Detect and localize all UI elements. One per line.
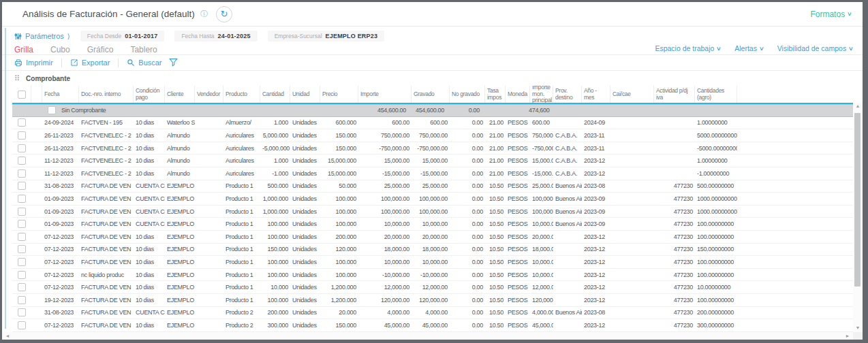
column-header-vendedor[interactable]: Vendedor: [195, 86, 223, 103]
export-button[interactable]: Exportar: [70, 59, 110, 67]
column-header-no-gravado[interactable]: No gravado: [450, 86, 485, 103]
column-header-cliente[interactable]: Cliente: [165, 86, 195, 103]
table-row[interactable]: 07-12-2023nc liquido produc10 diasEJEMPL…: [12, 269, 853, 282]
table-row[interactable]: 07-12-2023FACTURA DE VEN10 diasEJEMPLOPr…: [12, 256, 853, 269]
cell-importe-mon-principal: -750,000.00: [530, 145, 553, 152]
table-row[interactable]: 26-11-2023FACTVENELEC - 210 diasAlmundoA…: [12, 129, 853, 142]
tab-cubo[interactable]: Cubo: [50, 45, 70, 54]
param-empresa-sucursal[interactable]: Empresa-SucursalEJEMPLO ERP23: [268, 31, 385, 42]
info-icon[interactable]: ⓘ: [200, 9, 208, 19]
row-checkbox[interactable]: [18, 233, 26, 241]
export-icon: [70, 59, 78, 67]
row-checkbox[interactable]: [18, 157, 26, 165]
horizontal-scrollbar[interactable]: ◄ ►: [2, 332, 853, 340]
table-row[interactable]: 01-09-2023FACTURA DE VENCUENTA COEJEMPLO…: [12, 193, 853, 206]
table-row[interactable]: 07-12-2023FACTURA DE VEN10 diasEJEMPLOPr…: [12, 231, 853, 244]
cell-cantidad: 10.000: [260, 284, 290, 291]
table-row[interactable]: 24-09-2024FACTVEN - 19510 diasWaterloo S…: [12, 117, 853, 130]
vertical-scroll-thumb[interactable]: [854, 113, 861, 287]
row-checkbox[interactable]: [18, 195, 26, 203]
column-header-cai-cae[interactable]: Cai/cae: [610, 86, 654, 103]
cell-cantidades-agro: 300.00000000: [695, 322, 737, 329]
row-checkbox[interactable]: [18, 321, 26, 329]
column-header-unidad[interactable]: Unidad: [290, 86, 320, 103]
cell-importe: 100,000.00: [358, 208, 412, 215]
cell-importe: 15,000.00: [358, 157, 412, 164]
table-row[interactable]: 07-12-2023FACTURA DE VEN10 diasEJEMPLOPr…: [12, 281, 853, 294]
row-checkbox[interactable]: [18, 220, 26, 228]
column-header-importe-mon-principal[interactable]: Importe mon. principal: [530, 86, 553, 103]
refresh-button[interactable]: ↻: [216, 6, 232, 22]
workspace-menu[interactable]: Espacio de trabajo∨: [655, 44, 721, 52]
column-header-doc-nro-interno[interactable]: Doc.-nro. interno: [79, 86, 134, 103]
cell-tasa-impos: 10.50: [485, 182, 506, 189]
table-row[interactable]: 07-12-2023FACTURA DE VEN10 diasEJEMPLOPr…: [12, 319, 853, 332]
formats-menu[interactable]: Formatos ∨: [810, 10, 852, 19]
field-visibility-menu[interactable]: Visibilidad de campos∨: [777, 44, 853, 52]
row-checkbox[interactable]: [18, 308, 26, 316]
group-by-label[interactable]: Comprobante: [26, 75, 70, 82]
drag-handle-icon[interactable]: ⠿: [14, 74, 19, 83]
table-row[interactable]: 19-12-2023FACTURA DE VEN10 diasEJEMPLOPr…: [12, 294, 853, 307]
scroll-right-icon[interactable]: ►: [843, 332, 852, 340]
tab-grafico[interactable]: Gráfico: [87, 45, 114, 54]
param-fecha-hasta[interactable]: Fecha Hasta24-01-2025: [174, 31, 257, 42]
column-header-a-o-mes[interactable]: Año - mes: [582, 86, 610, 103]
column-header-condici-n-pago[interactable]: Condición pago: [134, 86, 165, 103]
column-header-gravado[interactable]: Gravado: [412, 86, 450, 103]
vertical-scrollbar[interactable]: ▲ ▼: [853, 102, 863, 332]
scroll-left-icon[interactable]: ◄: [3, 332, 12, 340]
row-checkbox[interactable]: [18, 208, 26, 216]
search-button[interactable]: Buscar: [127, 59, 161, 67]
row-checkbox[interactable]: [18, 131, 26, 140]
column-header-cantidades-agro[interactable]: Cantidades (agro): [695, 86, 737, 103]
column-header-producto[interactable]: Producto: [223, 86, 260, 103]
scroll-down-icon[interactable]: ▼: [853, 324, 863, 332]
param-fecha-desde[interactable]: Fecha Desde01-01-2017: [80, 31, 165, 42]
select-all-checkbox[interactable]: [18, 91, 26, 99]
tab-tablero[interactable]: Tablero: [130, 45, 157, 54]
cell-producto: Auriculares: [223, 157, 260, 164]
column-header-prov-destino[interactable]: Prov. destino: [553, 86, 582, 103]
column-header-fecha[interactable]: Fecha: [42, 86, 79, 103]
table-row[interactable]: 01-09-2023FACTURA DE VENCUENTA COEJEMPLO…: [12, 206, 853, 218]
table-row[interactable]: 26-11-2023FACTVENELEC - 210 diasAlmundoA…: [12, 142, 853, 155]
row-checkbox[interactable]: [18, 296, 26, 304]
alerts-menu[interactable]: Alertas∨: [734, 44, 764, 52]
table-row[interactable]: 31-08-2023FACTURA DE VENCUENTA COEJEMPLO…: [12, 307, 853, 320]
column-header-cantidad[interactable]: Cantidad: [260, 86, 290, 103]
table-row[interactable]: 01-09-2023FACTURA DE VENCUENTA COEJEMPLO…: [12, 218, 853, 231]
table-row[interactable]: 11-12-2023FACTVENELEC - 210 diasAlmundoA…: [12, 154, 853, 167]
cell-tasa-impos: 10.50: [485, 195, 506, 202]
column-header-actividad-p-dj-iva[interactable]: Actividad p/dj iva: [654, 86, 695, 103]
filter-button[interactable]: [169, 58, 178, 68]
cell-unidad: Unidades: [290, 170, 320, 177]
row-checkbox[interactable]: [18, 258, 26, 266]
parameters-toggle[interactable]: Parámetros ⟩: [14, 32, 70, 40]
column-header-importe[interactable]: Importe: [358, 86, 412, 103]
table-row[interactable]: 07-12-2023FACTURA DE VEN10 diasEJEMPLOPr…: [12, 244, 853, 257]
row-checkbox[interactable]: [18, 144, 26, 152]
group-summary-row[interactable]: Sin Comprobante454,600.00454,600.000.004…: [12, 104, 853, 117]
row-checkbox[interactable]: [18, 245, 26, 253]
tab-grilla[interactable]: Grilla: [14, 45, 33, 54]
column-header-precio[interactable]: Precio: [320, 86, 358, 103]
row-checkbox[interactable]: [18, 182, 26, 190]
row-checkbox[interactable]: [18, 283, 26, 291]
row-checkbox[interactable]: [18, 169, 26, 178]
column-header-moneda[interactable]: Moneda: [506, 86, 530, 103]
table-row[interactable]: 31-08-2023FACTURA DE VENCUENTA COEJEMPLO…: [12, 180, 853, 193]
row-checkbox[interactable]: [18, 118, 26, 127]
table-row[interactable]: 11-12-2023FACTVENELEC - 210 diasAlmundoA…: [12, 167, 853, 180]
print-button[interactable]: Imprimir: [14, 59, 53, 67]
cell-unidad: Unidades: [290, 309, 320, 316]
row-checkbox[interactable]: [18, 271, 26, 279]
cell-importe-mon-principal: 15,000.00: [530, 157, 553, 164]
cell-doc-nro-interno: FACTURA DE VEN: [79, 182, 134, 189]
angle-right-icon: ⟩: [67, 33, 70, 40]
scroll-up-icon[interactable]: ▲: [853, 102, 863, 110]
group-checkbox[interactable]: [48, 106, 56, 114]
cell-producto: Producto 1: [223, 284, 260, 291]
column-header-tasa-impos[interactable]: Tasa impos: [485, 86, 506, 103]
cell-cliente: EJEMPLO: [165, 208, 195, 215]
